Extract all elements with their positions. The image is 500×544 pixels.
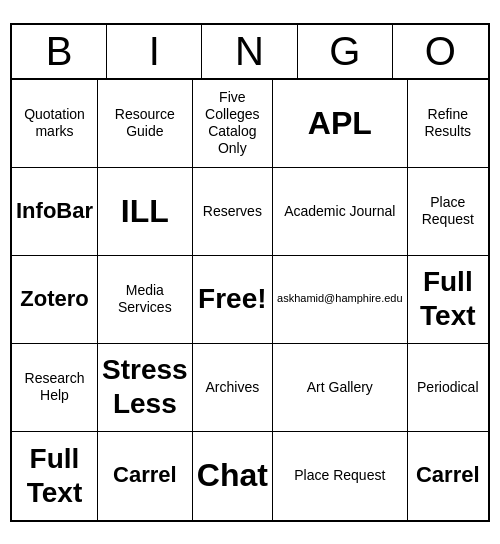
bingo-cell: Stress Less (98, 344, 193, 432)
bingo-cell: askhamid@hamphire.edu (273, 256, 408, 344)
bingo-cell: Chat (193, 432, 273, 520)
bingo-cell: ILL (98, 168, 193, 256)
header-n: N (202, 25, 297, 78)
bingo-cell: Five Colleges Catalog Only (193, 80, 273, 168)
bingo-cell: Reserves (193, 168, 273, 256)
bingo-header: B I N G O (12, 25, 488, 80)
header-g: G (298, 25, 393, 78)
bingo-cell: Carrel (98, 432, 193, 520)
bingo-card: B I N G O Quotation marksResource GuideF… (10, 23, 490, 522)
bingo-cell: Art Gallery (273, 344, 408, 432)
bingo-cell: Place Request (273, 432, 408, 520)
bingo-cell: Academic Journal (273, 168, 408, 256)
bingo-cell: Carrel (408, 432, 488, 520)
bingo-cell: InfoBar (12, 168, 98, 256)
bingo-cell: Research Help (12, 344, 98, 432)
bingo-cell: Full Text (408, 256, 488, 344)
bingo-cell: Resource Guide (98, 80, 193, 168)
bingo-cell: Zotero (12, 256, 98, 344)
bingo-cell: Place Request (408, 168, 488, 256)
header-o: O (393, 25, 488, 78)
bingo-cell: Archives (193, 344, 273, 432)
bingo-cell: Refine Results (408, 80, 488, 168)
bingo-cell: Free! (193, 256, 273, 344)
bingo-cell: Quotation marks (12, 80, 98, 168)
bingo-cell: Periodical (408, 344, 488, 432)
bingo-cell: Media Services (98, 256, 193, 344)
bingo-cell: Full Text (12, 432, 98, 520)
header-b: B (12, 25, 107, 78)
header-i: I (107, 25, 202, 78)
bingo-grid: Quotation marksResource GuideFive Colleg… (12, 80, 488, 520)
bingo-cell: APL (273, 80, 408, 168)
